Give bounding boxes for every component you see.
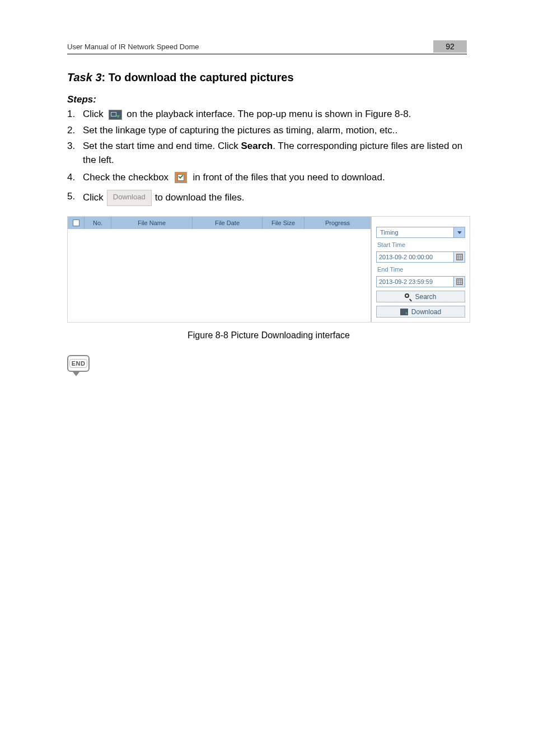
steps-list: 1. Click on the playback interface. The … [67,108,467,206]
col-file-date: File Date [193,217,263,229]
end-badge-label: END [69,359,88,368]
task-heading: Task 3: To download the captured picture… [67,71,467,84]
step-number: 1. [67,108,83,122]
search-button-label: Search [415,293,436,301]
figure-caption: Figure 8-8 Picture Downloading interface [67,330,470,340]
chevron-down-icon [453,227,465,237]
download-button-label: Download [411,308,441,316]
table-header-row: No. File Name File Date File Size Progre… [68,217,371,229]
step1-post: on the playback interface. The pop-up me… [127,109,411,119]
col-progress: Progress [305,217,371,229]
calendar-icon [453,277,465,287]
linkage-type-value: Timing [377,227,453,237]
col-file-size: File Size [263,217,305,229]
header-title: User Manual of IR Network Speed Dome [67,43,199,51]
figure-screenshot: No. File Name File Date File Size Progre… [67,216,470,323]
col-no: No. [85,217,111,229]
search-side-panel: Timing Start Time 2013-09-2 00:00:00 End… [372,217,470,322]
linkage-type-select[interactable]: Timing [376,227,465,238]
download-button[interactable]: Download [376,306,465,318]
search-icon [405,293,411,300]
checkbox-icon [175,172,187,183]
steps-label: Steps: [67,94,467,105]
download-icon [400,309,408,315]
calendar-icon [453,252,465,262]
step5-pre: Click [83,191,104,205]
task-title-text: : To download the captured pictures [102,71,294,83]
end-time-input[interactable]: 2013-09-2 23:59:59 [376,276,465,287]
end-time-value: 2013-09-2 23:59:59 [377,277,453,287]
col-file-name: File Name [111,217,193,229]
end-badge-icon: END [67,355,91,375]
step3-bold: Search [241,141,273,151]
step-number: 2. [67,124,83,138]
step2-text: Set the linkage type of capturing the pi… [83,124,467,138]
search-button[interactable]: Search [376,291,465,302]
step3-a: Set the start time and end time. Click [83,141,241,151]
step4-pre: Check the checkbox [83,172,171,183]
step1-pre: Click [83,109,106,119]
task-label: Task 3 [67,71,102,83]
start-time-input[interactable]: 2013-09-2 00:00:00 [376,251,465,263]
select-all-checkbox[interactable] [68,217,85,229]
end-time-label: End Time [376,266,465,273]
table-body-empty [68,229,371,322]
step-number: 3. [67,139,83,153]
step4-post: in front of the files that you need to d… [193,172,385,183]
start-time-value: 2013-09-2 00:00:00 [377,252,453,262]
download-button-inline: Download [107,190,152,206]
step-number: 5. [67,190,83,204]
playback-download-icon [109,110,122,120]
step-number: 4. [67,171,83,185]
page-number-badge: 92 [433,40,467,53]
step5-post: to download the files. [155,191,245,205]
start-time-label: Start Time [376,241,465,248]
